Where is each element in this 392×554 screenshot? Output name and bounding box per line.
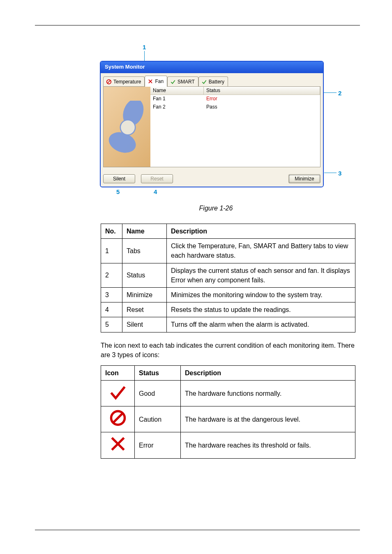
th-name: Name (122, 224, 167, 239)
cell-no: 1 (101, 239, 122, 263)
table-row: Good The hardware functions normally. (101, 381, 355, 406)
table-row[interactable]: Fan 2 Pass (150, 103, 320, 111)
callout-4: 4 (154, 188, 157, 195)
table-row: 3 Minimize Minimizes the monitoring wind… (101, 287, 355, 302)
page-footer (35, 527, 360, 532)
callout-2: 2 (338, 90, 341, 97)
tab-label: Battery (209, 79, 224, 85)
callout-5: 5 (116, 188, 120, 195)
cell-name: Fan 1 (150, 95, 204, 103)
table-row: 1 Tabs Click the Temperature, Fan, SMART… (101, 239, 355, 263)
caution-icon (106, 79, 112, 85)
cell-desc: The hardware reaches its threshold or fa… (181, 432, 355, 458)
cell-name: Tabs (122, 239, 167, 263)
callout-description-table: No. Name Description 1 Tabs Click the Te… (101, 224, 355, 332)
tab-fan[interactable]: Fan (145, 76, 167, 87)
svg-point-8 (120, 120, 135, 135)
cell-status: Caution (135, 406, 181, 432)
leader-3 (324, 173, 337, 173)
figure-caption: Figure 1-26 (72, 205, 360, 212)
system-monitor-window: System Monitor Temperature Fan (100, 61, 324, 187)
cell-status: Error (204, 95, 320, 103)
th-desc: Description (167, 224, 355, 239)
tab-smart[interactable]: SMART (167, 76, 198, 86)
cell-name: Reset (122, 302, 167, 317)
tab-label: Fan (155, 78, 164, 84)
table-row: 5 Silent Turns off the alarm when the al… (101, 317, 355, 332)
cell-desc: Click the Temperature, Fan, SMART and Ba… (167, 239, 355, 263)
window-title: System Monitor (105, 64, 145, 70)
th-no: No. (101, 224, 122, 239)
good-icon (201, 79, 207, 85)
tab-battery[interactable]: Battery (198, 76, 228, 86)
cell-name: Status (122, 263, 167, 287)
col-header-name[interactable]: Name (150, 87, 204, 95)
cell-desc: Displays the current status of each sens… (167, 263, 355, 287)
cell-no: 5 (101, 317, 122, 332)
table-row: Error The hardware reaches its threshold… (101, 432, 355, 458)
cell-desc: The hardware is at the dangerous level. (181, 406, 355, 432)
cell-name: Minimize (122, 287, 167, 302)
table-row: 4 Reset Resets the status to update the … (101, 302, 355, 317)
window-button-bar: Silent Reset Minimize (103, 174, 321, 183)
tab-label: SMART (178, 79, 195, 85)
table-row[interactable]: Fan 1 Error (150, 95, 320, 103)
window-titlebar: System Monitor (101, 62, 323, 73)
svg-line-1 (108, 80, 111, 83)
fan-illustration (104, 87, 150, 167)
cell-no: 3 (101, 287, 122, 302)
tab-label: Temperature (113, 79, 141, 85)
cell-desc: The hardware functions normally. (181, 381, 355, 406)
cell-desc: Resets the status to update the readings… (167, 302, 355, 317)
minimize-button[interactable]: Minimize (288, 174, 321, 183)
cell-name: Silent (122, 317, 167, 332)
cell-status: Good (135, 381, 181, 406)
tab-temperature[interactable]: Temperature (103, 76, 145, 86)
tab-content: Name Status Fan 1 Error Fan 2 Pass (103, 87, 321, 167)
th-status: Status (135, 365, 181, 380)
body-paragraph: The icon next to each tab indicates the … (101, 341, 355, 360)
fan-status-table: Name Status Fan 1 Error Fan 2 Pass (150, 87, 320, 167)
error-icon (101, 432, 135, 458)
cell-status: Pass (204, 103, 320, 111)
cell-name: Fan 2 (150, 103, 204, 111)
error-icon (148, 78, 153, 84)
cell-desc: Turns off the alarm when the alarm is ac… (167, 317, 355, 332)
caution-icon (101, 406, 135, 432)
callout-3: 3 (338, 170, 341, 177)
reset-button[interactable]: Reset (141, 174, 173, 183)
cell-no: 4 (101, 302, 122, 317)
cell-no: 2 (101, 263, 122, 287)
col-header-status[interactable]: Status (204, 87, 320, 95)
icon-status-table: Icon Status Description Good The hardwar… (101, 365, 355, 459)
cell-status: Error (135, 432, 181, 458)
good-icon (101, 381, 135, 406)
cell-desc: Minimizes the monitoring window to the s… (167, 287, 355, 302)
tab-strip: Temperature Fan SMART (101, 73, 323, 86)
svg-line-10 (113, 413, 123, 423)
table-row: Caution The hardware is at the dangerous… (101, 406, 355, 432)
silent-button[interactable]: Silent (103, 174, 135, 183)
good-icon (170, 79, 176, 85)
screenshot-figure: 1 2 3 4 5 System Monitor Temperature (100, 44, 355, 196)
table-row: 2 Status Displays the current status of … (101, 263, 355, 287)
callout-1: 1 (143, 44, 146, 51)
th-icon: Icon (101, 365, 135, 380)
th-desc: Description (181, 365, 355, 380)
